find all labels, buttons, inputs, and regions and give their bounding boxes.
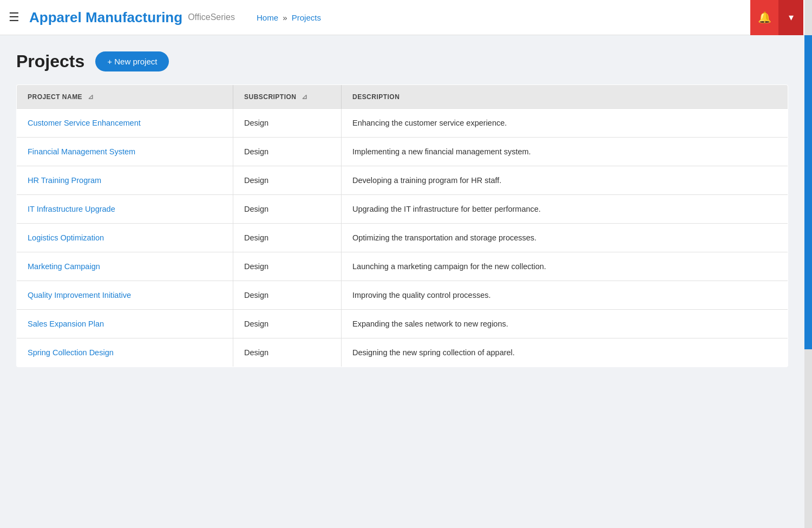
breadcrumb-separator: » xyxy=(283,13,287,22)
description-cell: Designing the new spring collection of a… xyxy=(342,338,788,367)
table-row: Customer Service EnhancementDesignEnhanc… xyxy=(17,109,788,138)
description-cell: Upgrading the IT infrastructure for bett… xyxy=(342,195,788,224)
subscription-cell: Design xyxy=(233,281,342,310)
main-content: Projects + New project PROJECT NAME ⊿ SU… xyxy=(0,35,804,383)
new-project-button[interactable]: + New project xyxy=(95,51,169,71)
description-cell: Improving the quality control processes. xyxy=(342,281,788,310)
table-row: Logistics OptimizationDesignOptimizing t… xyxy=(17,224,788,252)
breadcrumb-home[interactable]: Home xyxy=(257,13,278,22)
hamburger-icon[interactable]: ☰ xyxy=(9,11,19,23)
project-name-cell: Quality Improvement Initiative xyxy=(17,281,233,310)
subscription-cell: Design xyxy=(233,138,342,166)
column-header-name: PROJECT NAME ⊿ xyxy=(17,85,233,109)
table-row: Spring Collection DesignDesignDesigning … xyxy=(17,338,788,367)
subscription-cell: Design xyxy=(233,310,342,338)
subscription-cell: Design xyxy=(233,252,342,281)
description-cell: Implementing a new financial management … xyxy=(342,138,788,166)
project-name-cell: Spring Collection Design xyxy=(17,338,233,367)
subscription-cell: Design xyxy=(233,195,342,224)
notification-bell-button[interactable]: 🔔 xyxy=(750,0,778,35)
project-name-cell: Financial Management System xyxy=(17,138,233,166)
project-name-link[interactable]: Financial Management System xyxy=(28,147,135,156)
column-header-description: DESCRIPTION xyxy=(342,85,788,109)
table-row: Sales Expansion PlanDesignExpanding the … xyxy=(17,310,788,338)
description-cell: Expanding the sales network to new regio… xyxy=(342,310,788,338)
project-name-link[interactable]: Sales Expansion Plan xyxy=(28,320,104,328)
project-name-link[interactable]: IT Infrastructure Upgrade xyxy=(28,205,115,213)
header-dropdown-button[interactable]: ▾ xyxy=(778,0,803,35)
table-row: Marketing CampaignDesignLaunching a mark… xyxy=(17,252,788,281)
project-name-cell: Customer Service Enhancement xyxy=(17,109,233,138)
project-name-link[interactable]: Marketing Campaign xyxy=(28,262,100,271)
table-row: IT Infrastructure UpgradeDesignUpgrading… xyxy=(17,195,788,224)
project-name-link[interactable]: Quality Improvement Initiative xyxy=(28,291,131,299)
scrollbar-thumb[interactable] xyxy=(804,35,812,349)
project-name-link[interactable]: Customer Service Enhancement xyxy=(28,119,141,127)
table-row: Quality Improvement InitiativeDesignImpr… xyxy=(17,281,788,310)
header-actions: 🔔 ▾ xyxy=(750,0,803,35)
bell-icon: 🔔 xyxy=(758,11,771,24)
project-name-cell: HR Training Program xyxy=(17,166,233,195)
project-name-cell: IT Infrastructure Upgrade xyxy=(17,195,233,224)
chevron-down-icon: ▾ xyxy=(789,11,794,23)
description-cell: Developing a training program for HR sta… xyxy=(342,166,788,195)
project-name-link[interactable]: Spring Collection Design xyxy=(28,348,114,357)
breadcrumb-current: Projects xyxy=(292,13,321,22)
description-cell: Launching a marketing campaign for the n… xyxy=(342,252,788,281)
column-header-subscription: SUBSCRIPTION ⊿ xyxy=(233,85,342,109)
description-cell: Enhancing the customer service experienc… xyxy=(342,109,788,138)
project-name-link[interactable]: HR Training Program xyxy=(28,176,101,185)
breadcrumb: Home » Projects xyxy=(257,13,321,22)
filter-icon-name[interactable]: ⊿ xyxy=(88,93,94,101)
projects-table: PROJECT NAME ⊿ SUBSCRIPTION ⊿ DESCRIPTIO… xyxy=(16,84,788,367)
filter-icon-subscription[interactable]: ⊿ xyxy=(302,93,307,101)
subscription-cell: Design xyxy=(233,109,342,138)
header: ☰ Apparel Manufacturing OfficeSeries Hom… xyxy=(0,0,812,35)
project-name-cell: Marketing Campaign xyxy=(17,252,233,281)
page-title-row: Projects + New project xyxy=(16,51,788,71)
project-name-cell: Logistics Optimization xyxy=(17,224,233,252)
table-row: Financial Management SystemDesignImpleme… xyxy=(17,138,788,166)
page-title: Projects xyxy=(16,51,84,71)
subscription-cell: Design xyxy=(233,338,342,367)
subscription-cell: Design xyxy=(233,224,342,252)
description-cell: Optimizing the transportation and storag… xyxy=(342,224,788,252)
table-header: PROJECT NAME ⊿ SUBSCRIPTION ⊿ DESCRIPTIO… xyxy=(17,85,788,109)
subscription-cell: Design xyxy=(233,166,342,195)
brand-title: Apparel Manufacturing xyxy=(29,9,182,26)
table-body: Customer Service EnhancementDesignEnhanc… xyxy=(17,109,788,367)
project-name-link[interactable]: Logistics Optimization xyxy=(28,233,104,242)
brand-subtitle: OfficeSeries xyxy=(188,12,235,22)
scrollbar[interactable] xyxy=(804,0,812,528)
project-name-cell: Sales Expansion Plan xyxy=(17,310,233,338)
table-row: HR Training ProgramDesignDeveloping a tr… xyxy=(17,166,788,195)
